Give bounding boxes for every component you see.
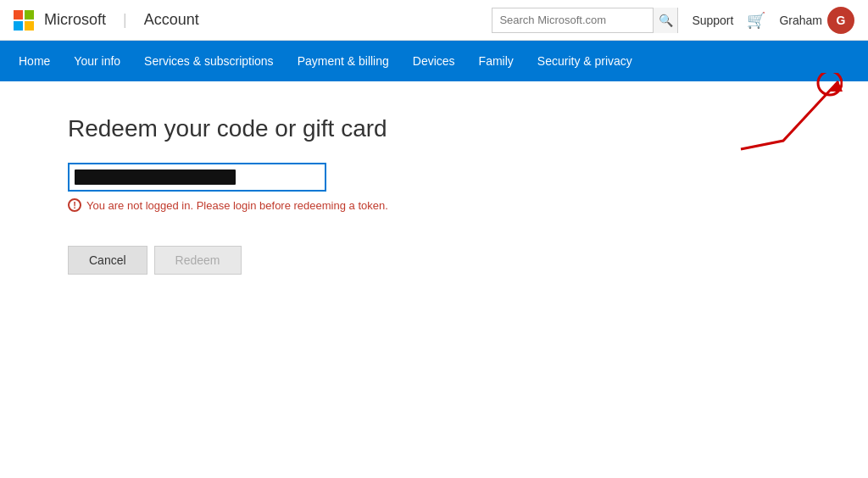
nav-your-info[interactable]: Your info: [62, 41, 132, 81]
support-link[interactable]: Support: [692, 14, 733, 27]
username: Graham: [779, 14, 822, 27]
redeem-button[interactable]: Redeem: [154, 246, 242, 275]
nav-home[interactable]: Home: [7, 41, 62, 81]
error-icon: !: [68, 198, 81, 212]
error-text: You are not logged in. Please login befo…: [86, 199, 388, 212]
redeem-input-wrapper[interactable]: [68, 163, 326, 192]
page-title: Redeem your code or gift card: [68, 115, 800, 142]
header: Microsoft | Account 🔍 Support 🛒 Graham G: [0, 0, 868, 41]
brand-separator: |: [123, 11, 127, 29]
cart-icon[interactable]: 🛒: [747, 11, 765, 30]
cancel-button[interactable]: Cancel: [68, 246, 147, 275]
svg-marker-0: [830, 81, 843, 92]
microsoft-logo: [14, 10, 34, 31]
logo-area: Microsoft | Account: [14, 10, 199, 31]
button-area: Cancel Redeem: [68, 246, 800, 275]
redeem-input-fill: [75, 170, 236, 185]
nav-services[interactable]: Services & subscriptions: [132, 41, 286, 81]
main-content: Redeem your code or gift card ! You are …: [0, 81, 868, 308]
avatar: G: [827, 7, 854, 34]
account-label: Account: [144, 11, 199, 29]
user-area[interactable]: Graham G: [779, 7, 854, 34]
nav-security[interactable]: Security & privacy: [526, 41, 644, 81]
search-input[interactable]: [492, 10, 652, 30]
nav-family[interactable]: Family: [467, 41, 526, 81]
header-right: 🔍 Support 🛒 Graham G: [492, 7, 854, 34]
search-button[interactable]: 🔍: [653, 8, 678, 33]
search-container: 🔍: [492, 8, 678, 33]
brand-name: Microsoft: [44, 11, 106, 29]
nav-payment[interactable]: Payment & billing: [286, 41, 401, 81]
error-message: ! You are not logged in. Please login be…: [68, 198, 800, 212]
navbar: Home Your info Services & subscriptions …: [0, 41, 868, 81]
nav-devices[interactable]: Devices: [401, 41, 467, 81]
